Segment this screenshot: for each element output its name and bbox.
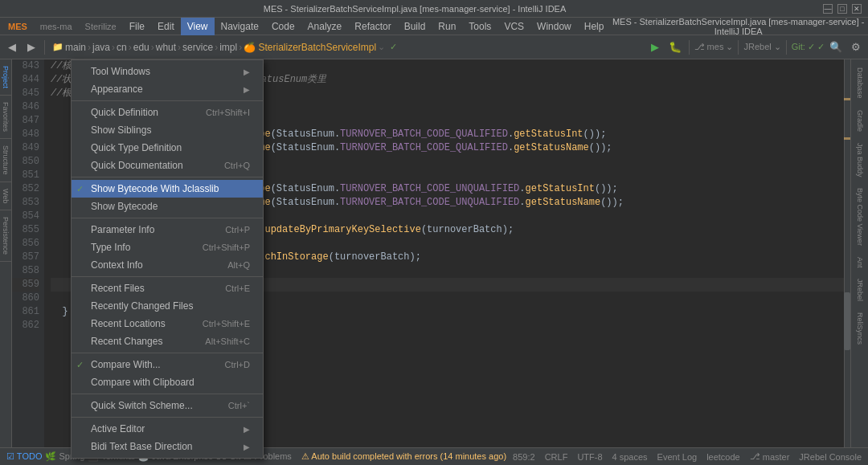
menu-help[interactable]: Help <box>578 18 611 35</box>
menu-show-bytecode-jclasslib[interactable]: ✓ Show Bytecode With Jclasslib <box>72 180 263 198</box>
menu-tool-windows[interactable]: Tool Windows ▶ <box>72 63 263 80</box>
compare-with-shortcut: Ctrl+D <box>225 360 250 369</box>
view-dropdown-menu[interactable]: Tool Windows ▶ Appearance ▶ Quick Defini… <box>71 59 264 459</box>
menu-refactor[interactable]: Refactor <box>348 18 397 35</box>
menu-window[interactable]: Window <box>530 18 578 35</box>
sep-3 <box>72 218 263 218</box>
menu-recently-changed-files[interactable]: Recently Changed Files <box>72 297 263 315</box>
menu-show-bytecode[interactable]: Show Bytecode <box>72 198 263 215</box>
menu-file[interactable]: File <box>123 18 151 35</box>
maximize-button[interactable]: □ <box>837 4 847 14</box>
event-log[interactable]: Event Log <box>657 452 698 462</box>
indent[interactable]: 4 spaces <box>612 452 648 462</box>
menu-analyze[interactable]: Analyze <box>301 18 349 35</box>
menu-recent-changes[interactable]: Recent Changes Alt+Shift+C <box>72 332 263 350</box>
panel-bytecode-viewer[interactable]: Byte Code Viewer <box>854 183 866 251</box>
menu-appearance[interactable]: Appearance ▶ <box>72 80 263 98</box>
bc-impl[interactable]: impl <box>219 42 237 53</box>
recent-files-shortcut: Ctrl+E <box>225 283 250 293</box>
bc-service[interactable]: service <box>182 42 213 53</box>
todo-tab[interactable]: ☑ TODO <box>6 451 42 462</box>
bc-java[interactable]: java <box>92 42 110 53</box>
warning-marker <box>844 137 850 140</box>
show-bytecode-jclasslib-label: Show Bytecode With Jclasslib <box>91 183 219 194</box>
panel-project[interactable]: Project <box>0 59 11 96</box>
quick-definition-shortcut: Ctrl+Shift+I <box>206 108 250 117</box>
menu-quick-definition[interactable]: Quick Definition Ctrl+Shift+I <box>72 104 263 121</box>
forward-button[interactable]: ▶ <box>23 39 40 56</box>
toolbar-sep-1 <box>44 40 45 55</box>
menu-code[interactable]: Code <box>265 18 301 35</box>
quick-switch-label: Quick Switch Scheme... <box>91 400 193 411</box>
jrebel-indicator[interactable]: JRebel ⌄ <box>743 42 780 52</box>
build-status: ⚠ Auto build completed with errors (14 m… <box>301 451 506 462</box>
recent-files-label: Recent Files <box>91 283 145 294</box>
scroll-thumb[interactable] <box>844 292 850 350</box>
sep-1 <box>72 100 263 101</box>
type-info-shortcut: Ctrl+Shift+P <box>203 243 250 252</box>
menu-tools[interactable]: Tools <box>462 18 497 35</box>
menu-vcs[interactable]: VCS <box>497 18 530 35</box>
git-status[interactable]: Git: ✓ ✓ <box>792 42 825 52</box>
recent-locations-label: Recent Locations <box>91 318 166 329</box>
editor-area: Tool Windows ▶ Appearance ▶ Quick Defini… <box>12 59 844 447</box>
charset[interactable]: UTF-8 <box>577 452 602 462</box>
menu-recent-files[interactable]: Recent Files Ctrl+E <box>72 279 263 297</box>
menu-compare-with[interactable]: ✓ Compare With... Ctrl+D <box>72 356 263 373</box>
menu-view[interactable]: View <box>181 18 215 35</box>
panel-web[interactable]: Web <box>0 182 11 210</box>
line-numbers: 843 844 845 846 847 848 849 850 851 852 … <box>12 59 44 447</box>
panel-gradle[interactable]: Gradle <box>854 105 866 137</box>
menu-quick-type-definition[interactable]: Quick Type Definition <box>72 139 263 157</box>
line-ending[interactable]: CRLF <box>545 452 568 462</box>
bc-cn[interactable]: cn <box>117 42 127 53</box>
panel-persistence[interactable]: Persistence <box>0 210 11 262</box>
tool-windows-arrow: ▶ <box>244 67 250 76</box>
quick-documentation-shortcut: Ctrl+Q <box>224 161 250 170</box>
panel-favorites[interactable]: Favorites <box>0 96 11 139</box>
back-button[interactable]: ◀ <box>3 39 21 56</box>
leetcode-plugin[interactable]: leetcode <box>706 452 740 462</box>
debug-button[interactable]: 🐛 <box>666 39 684 56</box>
panel-ant[interactable]: Ant <box>854 252 866 273</box>
menu-navigate[interactable]: Navigate <box>215 18 265 35</box>
scroll-indicator[interactable] <box>844 59 850 447</box>
bc-classname[interactable]: 🍊 SterializerBatchServiceImpl <box>244 42 376 53</box>
bc-whut[interactable]: whut <box>156 42 176 53</box>
git-branch[interactable]: ⎇ master <box>750 451 790 462</box>
sidebar-project-label[interactable]: mes-ma <box>34 18 79 35</box>
panel-jrebel[interactable]: JRebel <box>854 274 866 306</box>
bc-main[interactable]: main <box>65 42 86 53</box>
panel-jpa-buddy[interactable]: Jpa Buddy <box>854 138 866 182</box>
menu-recent-locations[interactable]: Recent Locations Ctrl+Shift+E <box>72 315 263 332</box>
sidebar-sterilize-label[interactable]: Sterilize <box>79 18 123 35</box>
menu-quick-documentation[interactable]: Quick Documentation Ctrl+Q <box>72 157 263 174</box>
menu-type-info[interactable]: Type Info Ctrl+Shift+P <box>72 239 263 256</box>
left-panel: Project Favorites Structure Web Persiste… <box>0 59 12 447</box>
menu-build[interactable]: Build <box>398 18 432 35</box>
close-button[interactable]: ✕ <box>852 4 862 14</box>
menu-edit[interactable]: Edit <box>151 18 181 35</box>
panel-relisyncs[interactable]: ReliSyncs <box>854 308 866 349</box>
breadcrumb: 📁 main › java › cn › edu › whut › servic… <box>52 42 397 53</box>
menu-active-editor[interactable]: Active Editor ▶ <box>72 420 263 438</box>
window-controls[interactable]: — □ ✕ <box>823 4 862 14</box>
bc-edu[interactable]: edu <box>133 42 149 53</box>
search-button[interactable]: 🔍 <box>827 39 845 56</box>
run-button[interactable]: ▶ <box>646 39 664 56</box>
panel-structure[interactable]: Structure <box>0 139 11 182</box>
menu-bidi-text[interactable]: Bidi Text Base Direction ▶ <box>72 438 263 455</box>
jrebel-console[interactable]: JRebel Console <box>799 452 862 462</box>
menu-compare-clipboard[interactable]: Compare with Clipboard <box>72 373 263 391</box>
git-branch-indicator[interactable]: ⎇ mes ⌄ <box>694 42 734 52</box>
cursor-position[interactable]: 859:2 <box>513 452 535 462</box>
app-logo: MES <box>2 22 34 31</box>
menu-context-info[interactable]: Context Info Alt+Q <box>72 256 263 274</box>
settings-button[interactable]: ⚙ <box>847 39 865 56</box>
menu-run[interactable]: Run <box>432 18 462 35</box>
minimize-button[interactable]: — <box>823 4 833 14</box>
menu-show-siblings[interactable]: Show Siblings <box>72 121 263 139</box>
menu-quick-switch[interactable]: Quick Switch Scheme... Ctrl+` <box>72 397 263 414</box>
menu-parameter-info[interactable]: Parameter Info Ctrl+P <box>72 221 263 239</box>
panel-database[interactable]: Database <box>854 63 866 104</box>
